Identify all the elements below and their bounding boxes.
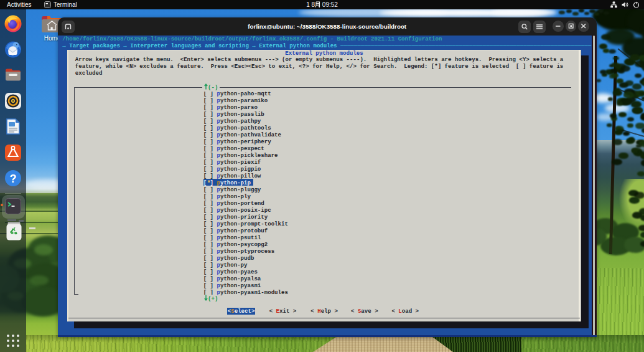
svg-text:?: ? bbox=[10, 173, 17, 185]
